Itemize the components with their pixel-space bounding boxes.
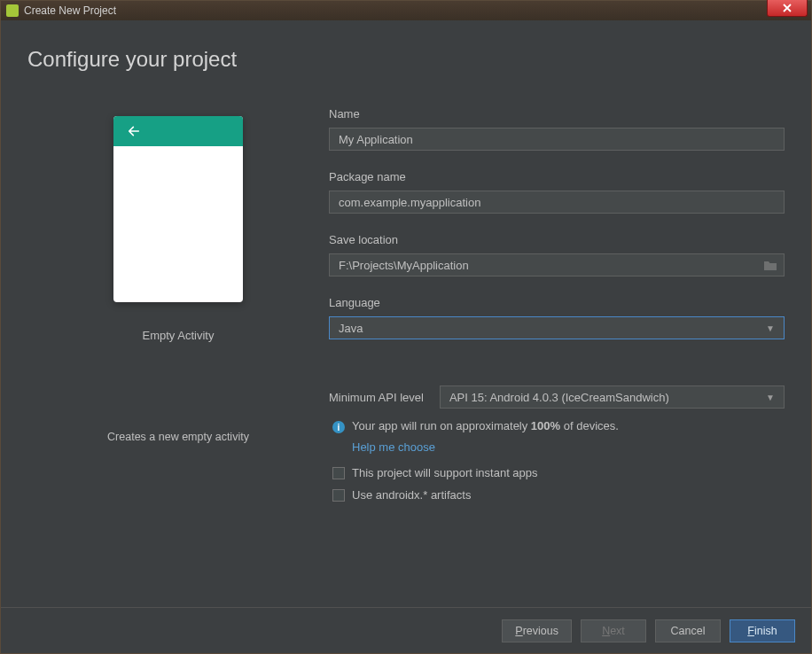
api-level-row: Minimum API level API 15: Android 4.0.3 … <box>329 385 785 409</box>
api-info-row: i Your app will run on approximately 100… <box>329 419 785 433</box>
language-value: Java <box>339 322 363 335</box>
info-icon: i <box>332 421 345 433</box>
location-label: Save location <box>329 233 785 246</box>
close-button[interactable] <box>767 0 808 17</box>
name-input[interactable] <box>329 128 785 151</box>
language-select[interactable]: Java ▼ <box>329 316 785 339</box>
api-level-select[interactable]: API 15: Android 4.0.3 (IceCreamSandwich)… <box>440 385 785 409</box>
chevron-down-icon: ▼ <box>766 393 775 402</box>
android-studio-icon <box>6 4 19 17</box>
dialog-window: Create New Project Configure your projec… <box>0 0 812 654</box>
footer-buttons: Previous Next Cancel Finish <box>1 607 811 653</box>
language-field: Language Java ▼ <box>329 296 785 339</box>
window-title: Create New Project <box>24 4 116 17</box>
titlebar[interactable]: Create New Project <box>1 1 811 20</box>
instant-apps-label: This project will support instant apps <box>352 466 538 479</box>
api-info-text: Your app will run on approximately 100% … <box>352 419 619 432</box>
language-label: Language <box>329 296 785 309</box>
close-icon <box>782 4 792 12</box>
back-arrow-icon <box>126 124 142 138</box>
api-level-value: API 15: Android 4.0.3 (IceCreamSandwich) <box>449 391 669 404</box>
instant-apps-row: This project will support instant apps <box>329 466 785 479</box>
previous-button[interactable]: Previous <box>502 619 572 642</box>
finish-button[interactable]: Finish <box>730 619 795 642</box>
chevron-down-icon: ▼ <box>766 323 775 333</box>
next-button[interactable]: Next <box>581 619 646 642</box>
instant-apps-checkbox[interactable] <box>332 467 345 479</box>
template-description: Creates a new empty activity <box>107 431 249 443</box>
androidx-label: Use androidx.* artifacts <box>352 488 471 502</box>
body: Empty Activity Creates a new empty activ… <box>27 107 785 607</box>
content-area: Configure your project Empty Activity Cr… <box>1 20 811 607</box>
package-input[interactable] <box>329 191 785 214</box>
location-input[interactable] <box>329 253 785 276</box>
api-level-label: Minimum API level <box>329 391 424 404</box>
browse-folder-icon[interactable] <box>763 259 777 271</box>
template-preview <box>113 116 243 302</box>
package-field: Package name <box>329 170 785 214</box>
androidx-checkbox[interactable] <box>332 489 345 502</box>
location-field: Save location <box>329 233 785 276</box>
name-field: Name <box>329 107 785 151</box>
help-me-choose-link[interactable]: Help me choose <box>352 440 785 454</box>
androidx-row: Use androidx.* artifacts <box>329 488 785 502</box>
name-label: Name <box>329 107 785 121</box>
preview-appbar <box>113 116 243 146</box>
page-heading: Configure your project <box>27 47 785 72</box>
template-preview-column: Empty Activity Creates a new empty activ… <box>27 107 329 607</box>
package-label: Package name <box>329 170 785 183</box>
template-name: Empty Activity <box>143 329 215 342</box>
cancel-button[interactable]: Cancel <box>655 619 721 642</box>
form-column: Name Package name Save location Language <box>329 107 785 607</box>
